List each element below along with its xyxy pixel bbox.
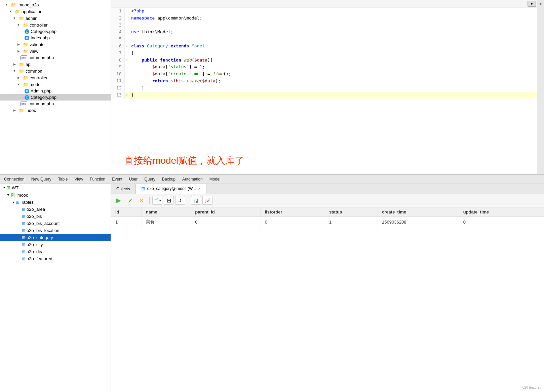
gutter	[124, 8, 128, 15]
tree-item-application[interactable]: 📁 application	[0, 8, 111, 15]
tab-close-button[interactable]: ✕	[198, 187, 201, 191]
server-icon: ⊞	[6, 185, 10, 190]
tree-item-index-php[interactable]: C Index.php	[0, 35, 111, 41]
tree-item-admin-php[interactable]: C Admin.php	[0, 88, 111, 94]
tables-icon: ⊞	[16, 200, 20, 205]
new-record-button[interactable]: 📄▼	[152, 196, 162, 205]
code-line-1: 1 <?php	[111, 8, 537, 15]
db-tree-o2o-bis-account[interactable]: ⊞ o2o_bis_account	[0, 220, 111, 227]
col-listorder: listorder	[261, 207, 325, 217]
folder-icon: 📁	[23, 42, 28, 47]
db-tree-wt[interactable]: ▼ ⊞ WT	[0, 184, 111, 191]
tab-o2o-category[interactable]: ⊞ o2o_category@imooc (W... ✕	[136, 184, 206, 194]
folder-icon: 📁	[11, 2, 16, 7]
table-icon: ⊞	[22, 214, 25, 219]
menu-backup[interactable]: Backup	[161, 176, 177, 182]
tree-item-index[interactable]: 📁 index	[0, 107, 111, 114]
tree-label: Admin.php	[31, 88, 51, 93]
line-content: namespace app\common\model;	[128, 15, 537, 22]
code-editor[interactable]: 1 <?php 2 namespace app\common\model; 3	[111, 8, 537, 147]
code-line-4: 4 use think\Model;	[111, 29, 537, 36]
db-main: ▼ ⊞ WT ▼ 🗄 imooc ▼ ⊞ Tables ⊞ o2o_area	[0, 184, 544, 392]
menu-new-query[interactable]: New Query	[30, 176, 53, 182]
tab-label: Objects	[116, 187, 130, 191]
tree-label: common.php	[29, 55, 54, 60]
code-line-6: 6 ⊟ class Category extends Model	[111, 43, 537, 50]
tree-item-imooc-o2o[interactable]: 📁 imooc_o2o	[0, 1, 111, 8]
tree-item-category-php-model[interactable]: C Category.php	[0, 94, 111, 101]
line-content: }	[128, 92, 537, 99]
menu-event[interactable]: Event	[111, 176, 124, 182]
separator	[149, 197, 150, 204]
db-tree-o2o-city[interactable]: ⊞ o2o_city	[0, 241, 111, 248]
menu-connection[interactable]: Connection	[3, 176, 26, 182]
line-number: 8	[111, 57, 124, 64]
db-tree-o2o-bis[interactable]: ⊞ o2o_bis	[0, 213, 111, 220]
arrow-down-icon: ▼	[12, 201, 15, 204]
run-button[interactable]: ▶	[114, 196, 124, 205]
tree-label: admin	[26, 16, 37, 21]
arrow-icon	[16, 75, 22, 80]
arrow-down-icon: ▼	[7, 193, 10, 197]
tree-item-common-php-admin[interactable]: php common.php	[0, 54, 111, 61]
line-content	[128, 22, 537, 29]
folder-icon: 📁	[23, 22, 28, 28]
folder-icon: 📁	[19, 15, 24, 21]
check-button[interactable]: ✔	[125, 196, 135, 205]
tree-label: index	[26, 108, 36, 113]
menu-model[interactable]: Model	[208, 176, 222, 182]
tree-item-controller-common[interactable]: 📁 controller	[0, 74, 111, 81]
menu-function[interactable]: Function	[88, 176, 107, 182]
tab-objects[interactable]: Objects	[111, 184, 136, 194]
menu-view[interactable]: View	[73, 176, 84, 182]
sort-button[interactable]: ↕	[175, 196, 185, 205]
db-tree-imooc[interactable]: ▼ 🗄 imooc	[0, 191, 111, 199]
cell-create-time: 1569036208	[378, 217, 459, 227]
line-number: 11	[111, 78, 124, 85]
table-icon: ⊞	[22, 242, 25, 247]
db-tree-o2o-area[interactable]: ⊞ o2o_area	[0, 206, 111, 213]
menu-query[interactable]: Query	[143, 176, 157, 182]
line-number: 1	[111, 8, 124, 15]
db-tree-tables[interactable]: ▼ ⊞ Tables	[0, 199, 111, 206]
refresh-button[interactable]: ⊙	[137, 196, 147, 205]
tree-item-admin[interactable]: 📁 admin	[0, 15, 111, 22]
arrow-down-icon: ▼	[3, 186, 6, 189]
db-table-container[interactable]: id name parent_id listorder status creat…	[111, 207, 544, 392]
menu-automation[interactable]: Automation	[181, 176, 204, 182]
db-tree-o2o-featured[interactable]: ⊞ o2o_featured	[0, 255, 111, 262]
tree-item-controller[interactable]: 📁 controller	[0, 22, 111, 28]
db-toolbar: ▶ ✔ ⊙ 📄▼ ⊟ ↕ 📊 📈	[111, 194, 544, 207]
cell-parent-id: 0	[191, 217, 261, 227]
db-tree-label: o2o_bis_location	[27, 228, 60, 233]
db-tree-o2o-category[interactable]: ⊞ o2o_category	[0, 234, 111, 241]
db-tree-o2o-deal[interactable]: ⊞ o2o_deal	[0, 248, 111, 255]
gutter	[124, 85, 128, 92]
chart2-button[interactable]: 📈	[202, 196, 212, 205]
gutter	[124, 64, 128, 71]
db-tree-label: o2o_category	[27, 235, 53, 240]
menu-table[interactable]: Table	[57, 176, 69, 182]
tree-item-category-php-admin[interactable]: C Category.php	[0, 28, 111, 35]
line-content: $data['create_time'] = time();	[128, 71, 537, 78]
tree-item-api[interactable]: 📁 api	[0, 61, 111, 68]
tree-label: Category.php	[31, 29, 56, 34]
tree-label: common.php	[29, 101, 54, 106]
line-number: 6	[111, 43, 124, 50]
chart1-button[interactable]: 📊	[191, 196, 201, 205]
db-sidebar: ▼ ⊞ WT ▼ 🗄 imooc ▼ ⊞ Tables ⊞ o2o_area	[0, 184, 111, 392]
menu-user[interactable]: User	[128, 176, 139, 182]
tree-item-validate[interactable]: 📁 validate	[0, 41, 111, 48]
collapse-button[interactable]: ▼	[528, 1, 536, 7]
tree-item-common[interactable]: 📁 common	[0, 68, 111, 74]
filter-button[interactable]: ⊟	[164, 196, 174, 205]
tree-label: validate	[30, 42, 45, 47]
tree-item-view[interactable]: 📁 view	[0, 48, 111, 54]
tree-item-common-php-common[interactable]: php common.php	[0, 101, 111, 107]
right-collapse-handle[interactable]: ▼	[537, 0, 544, 174]
gutter	[124, 36, 128, 43]
tree-item-model[interactable]: 📁 model	[0, 81, 111, 88]
db-tree-o2o-bis-location[interactable]: ⊞ o2o_bis_location	[0, 227, 111, 234]
table-row[interactable]: 1 美食 0 0 1 1569036208 0	[111, 217, 544, 227]
tree-label: Category.php	[31, 95, 56, 100]
